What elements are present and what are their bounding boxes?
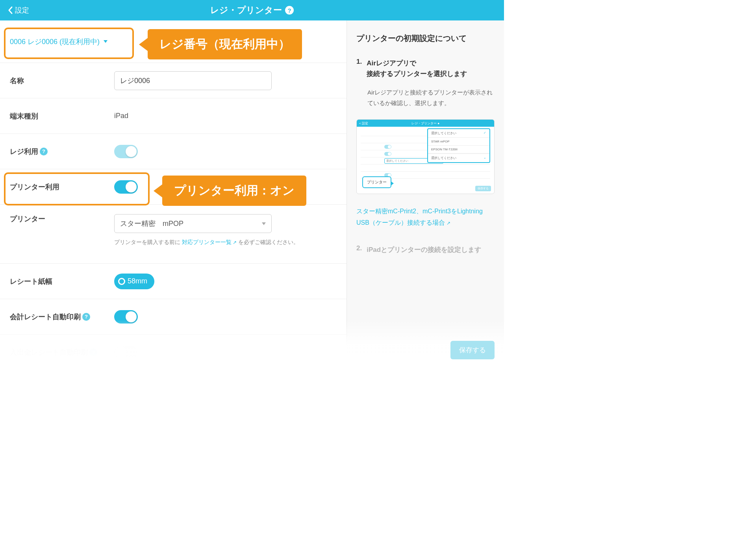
label-auto-print: 会計レシート自動印刷 ?: [10, 312, 114, 322]
paper-width-value: 58mm: [128, 277, 147, 285]
register-selector[interactable]: 0006 レジ0006 (現在利用中): [10, 37, 107, 46]
step-number: 2.: [356, 244, 362, 255]
chevron-left-icon: [8, 6, 13, 14]
label-printer: プリンター: [10, 214, 114, 224]
label-printer-use: プリンター利用: [10, 182, 114, 192]
usb-connect-link[interactable]: スター精密mC-Print2、mC-Print3をLightning USB（ケ…: [356, 206, 495, 229]
printer-select-value: スター精密 mPOP: [120, 219, 183, 228]
annotation-callout-printer-use: プリンター利用：オン: [162, 176, 306, 206]
page-title: レジ・プリンター ?: [210, 4, 294, 16]
external-link-icon: [447, 219, 450, 226]
mini-dropdown: 選択してください✓ STAR mPOP EPSON TM-T220II 選択して…: [427, 128, 490, 163]
register-selector-label: 0006 レジ0006 (現在利用中): [10, 37, 100, 46]
label-paper-width: レシート紙幅: [10, 277, 114, 286]
printer-hint: プリンターを購入する前に 対応プリンター一覧 を必ずご確認ください。: [114, 238, 319, 246]
external-link-icon: [232, 239, 237, 245]
label-name: 名称: [10, 76, 114, 85]
step-desc: Airレジアプリと接続するプリンターが表示されているか確認し、選択します。: [367, 87, 495, 108]
chevron-down-icon: [104, 40, 107, 43]
side-panel: プリンターの初期設定について 1. Airレジアプリで 接続するプリンターを選択…: [346, 20, 504, 367]
app-header: 設定 レジ・プリンター ?: [0, 0, 504, 20]
back-button[interactable]: 設定: [8, 6, 29, 15]
label-device: 端末種別: [10, 111, 114, 121]
auto-print-toggle[interactable]: [114, 310, 138, 324]
step-number: 1.: [356, 58, 362, 79]
label-register-use: レジ利用 ?: [10, 147, 114, 156]
back-label: 設定: [15, 6, 29, 15]
supported-printers-link[interactable]: 対応プリンター一覧: [182, 239, 237, 245]
chevron-down-icon: [262, 222, 266, 225]
mini-save: 保存する: [475, 186, 491, 191]
device-value: iPad: [114, 112, 337, 120]
step-head: Airレジアプリで 接続するプリンターを選択します: [367, 58, 467, 79]
help-icon[interactable]: ?: [82, 313, 90, 321]
side-illustration: < 設定 レジ・プリンター ● 選択してください 選択してください✓ STAR …: [356, 119, 495, 194]
printer-select[interactable]: スター精密 mPOP: [114, 214, 272, 233]
mini-callout: プリンター: [362, 176, 391, 188]
side-title: プリンターの初期設定について: [356, 33, 495, 44]
step-head: iPadとプリンターの接続を設定します: [367, 244, 481, 255]
help-icon[interactable]: ?: [40, 148, 48, 155]
help-icon[interactable]: ?: [89, 348, 97, 356]
radio-dot-icon: [118, 278, 125, 285]
name-input[interactable]: [114, 71, 272, 90]
printer-use-toggle[interactable]: [114, 180, 138, 194]
help-icon[interactable]: ?: [285, 6, 294, 15]
label-cash-print: 入出金レシート自動印刷 ?: [10, 348, 114, 357]
step-2: 2. iPadとプリンターの接続を設定します: [356, 244, 495, 255]
register-use-toggle[interactable]: [114, 145, 138, 158]
step-1: 1. Airレジアプリで 接続するプリンターを選択します: [356, 58, 495, 79]
save-button[interactable]: 保存する: [450, 341, 495, 359]
annotation-callout-register: レジ番号（現在利用中）: [148, 29, 302, 59]
paper-width-chip[interactable]: 58mm: [114, 274, 154, 289]
cash-print-toggle[interactable]: [114, 346, 138, 359]
